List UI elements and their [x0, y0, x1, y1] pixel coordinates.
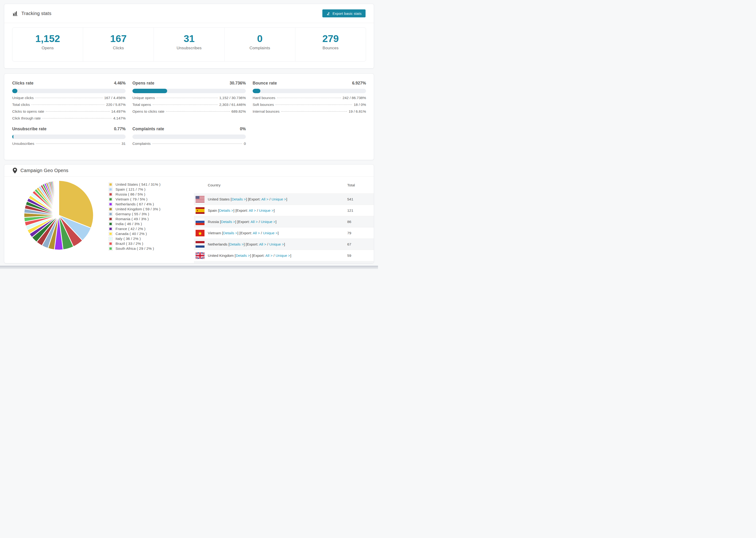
stat-value: 0	[225, 34, 295, 44]
bracket: ]	[233, 208, 236, 212]
legend-label: United States ( 541 / 31% )	[116, 183, 161, 187]
geo-table-row-es: Spain [Details >] [Export: All > / Uniqu…	[194, 205, 374, 216]
bracket: ]	[284, 242, 285, 246]
leader-dots	[275, 104, 352, 105]
legend-swatch	[109, 188, 112, 191]
details-link[interactable]: Details >	[232, 197, 246, 201]
export-icon	[326, 12, 330, 16]
legend-item-united-kingdom[interactable]: United Kingdom ( 59 / 3% )	[109, 207, 161, 211]
bracket: ]	[290, 253, 291, 257]
legend-label: Brazil ( 33 / 2% )	[116, 242, 143, 246]
legend-item-russia[interactable]: Russia ( 86 / 5% )	[109, 192, 161, 197]
geo-pie-chart	[21, 178, 96, 253]
export-unique-link[interactable]: Unique >	[269, 242, 284, 246]
slash: /	[260, 231, 263, 235]
legend-item-south-africa[interactable]: South Africa ( 29 / 2% )	[109, 246, 161, 251]
details-link[interactable]: Details >	[219, 208, 233, 212]
legend-swatch	[109, 202, 112, 206]
legend-item-netherlands[interactable]: Netherlands ( 67 / 4% )	[109, 202, 161, 207]
rate-detail-value: 242 / 86.738%	[343, 96, 366, 100]
stat-value: 31	[154, 34, 224, 44]
bracket: ]	[278, 231, 279, 235]
export-all-link[interactable]: All >	[249, 208, 256, 212]
export-all-link[interactable]: All >	[253, 231, 260, 235]
details-link[interactable]: Details >	[229, 242, 244, 246]
rate-detail-row: Complaints0	[133, 141, 246, 146]
country-name: Vietnam	[208, 231, 222, 235]
legend-item-india[interactable]: India ( 46 / 3% )	[109, 221, 161, 226]
geo-table-row-nl: Netherlands [Details >] [Export: All > /…	[194, 239, 374, 250]
bracket: ]	[275, 220, 276, 224]
export-unique-link[interactable]: Unique >	[263, 231, 278, 235]
export-prefix: [Export:	[246, 242, 259, 246]
stat-value: 167	[83, 34, 153, 44]
legend-item-france[interactable]: France ( 42 / 2% )	[109, 226, 161, 231]
legend-item-vietnam[interactable]: Vietnam ( 79 / 5% )	[109, 197, 161, 202]
geo-table-header-total: Total	[347, 183, 374, 187]
window-bottom-strip	[0, 266, 378, 269]
progress-bar-fill	[133, 89, 167, 93]
geo-table: CountryTotalUnited States [Details >] [E…	[194, 177, 374, 263]
export-unique-link[interactable]: Unique >	[276, 253, 290, 257]
export-all-link[interactable]: All >	[261, 197, 269, 201]
leader-dots	[153, 104, 218, 105]
rate-detail-row: Hard bounces242 / 86.738%	[253, 96, 366, 100]
legend-item-spain[interactable]: Spain ( 121 / 7% )	[109, 187, 161, 192]
legend-swatch	[109, 222, 112, 226]
slash: /	[269, 197, 272, 201]
rate-detail-value: 14.497%	[111, 109, 126, 114]
legend-item-italy[interactable]: Italy ( 36 / 2% )	[109, 236, 161, 241]
legend-label: France ( 42 / 2% )	[116, 227, 145, 231]
legend-swatch	[109, 197, 112, 201]
legend-item-romania[interactable]: Romania ( 49 / 3% )	[109, 216, 161, 221]
country-cell-text: Spain [Details >] [Export: All > / Uniqu…	[208, 208, 275, 213]
legend-item-germany[interactable]: Germany ( 55 / 3% )	[109, 211, 161, 216]
rate-detail-label: Unique clicks	[12, 96, 33, 100]
geo-table-header: CountryTotal	[194, 177, 374, 193]
legend-label: Spain ( 121 / 7% )	[116, 187, 145, 191]
export-all-link[interactable]: All >	[259, 242, 266, 246]
leader-dots	[46, 111, 110, 112]
slash: /	[273, 253, 276, 257]
export-prefix: [Export:	[252, 253, 265, 257]
rates-card: Clicks rate4.46%Unique clicks167 / 4.456…	[4, 74, 374, 160]
details-link[interactable]: Details >	[236, 253, 250, 257]
progress-bar	[133, 134, 246, 139]
slash: /	[266, 242, 269, 246]
export-button-label: Export basic stats	[333, 12, 361, 16]
country-name: Spain	[208, 208, 218, 212]
rate-detail-label: Unsubscribes	[12, 141, 34, 146]
export-unique-link[interactable]: Unique >	[261, 220, 275, 224]
rate-detail-value: 0	[244, 141, 246, 146]
rate-section-clicks-rate: Clicks rate4.46%Unique clicks167 / 4.456…	[12, 81, 126, 120]
leader-dots	[157, 98, 218, 98]
flag-spain	[195, 207, 204, 214]
legend-item-canada[interactable]: Canada ( 40 / 2% )	[109, 231, 161, 236]
country-name: United States	[208, 197, 231, 201]
legend-item-brazil[interactable]: Brazil ( 33 / 2% )	[109, 241, 161, 246]
export-basic-stats-button[interactable]: Export basic stats	[322, 9, 365, 17]
geo-legend: United States ( 541 / 31% )Spain ( 121 /…	[109, 182, 161, 251]
stats-summary: 1,152Opens167Clicks31Unsubscribes0Compla…	[12, 27, 366, 62]
export-all-link[interactable]: All >	[250, 220, 258, 224]
total-cell: 67	[347, 242, 374, 246]
rate-detail-label: Complaints	[133, 141, 151, 146]
rate-percent: 0%	[240, 127, 246, 132]
rate-detail-row: Unique clicks167 / 4.456%	[12, 96, 126, 100]
export-unique-link[interactable]: Unique >	[259, 208, 274, 212]
geo-table-header-country: Country	[194, 183, 347, 187]
bracket: ]	[244, 242, 246, 246]
bracket: ]	[250, 253, 252, 257]
export-prefix: [Export:	[240, 231, 253, 235]
details-link[interactable]: Details >	[221, 220, 235, 224]
details-link[interactable]: Details >	[223, 231, 237, 235]
total-cell: 86	[347, 220, 374, 224]
flag-russia	[195, 219, 204, 225]
rate-percent: 0.77%	[114, 127, 126, 132]
export-unique-link[interactable]: Unique >	[271, 197, 286, 201]
legend-item-united-states[interactable]: United States ( 541 / 31% )	[109, 182, 161, 187]
rate-detail-label: Total opens	[133, 103, 151, 107]
export-all-link[interactable]: All >	[265, 253, 273, 257]
rate-percent: 6.927%	[352, 81, 366, 86]
legend-swatch	[109, 227, 112, 231]
